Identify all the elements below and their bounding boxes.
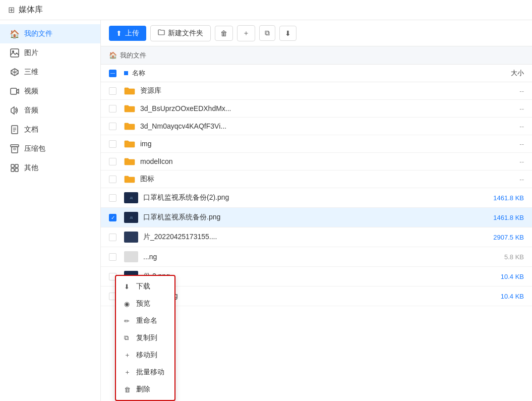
sidebar-item-video[interactable]: 视频 [0, 82, 100, 101]
context-menu-batch-move[interactable]: ＋ 批量移动 [116, 364, 174, 381]
file-thumbnail: Ai [124, 192, 138, 203]
file-thumbnail [124, 232, 138, 243]
header-title: 媒体库 [19, 5, 43, 15]
download-toolbar-button[interactable]: ⬇ [279, 26, 297, 41]
delete-menu-icon: 🗑 [124, 386, 132, 393]
sidebar-label-images: 图片 [24, 48, 38, 58]
table-row[interactable]: 3d_Nm0ayqcv4KAQfF3Vi... -- [101, 118, 532, 135]
table-row[interactable]: Ai 口罩机监视系统备份(2).png 1461.8 KB [101, 188, 532, 208]
breadcrumb: 🏠 我的文件 [101, 46, 532, 65]
sidebar-item-archives[interactable]: 压缩包 [0, 139, 100, 158]
sidebar-label-video: 视频 [24, 87, 38, 96]
sidebar-label-audio: 音频 [24, 106, 38, 115]
row-checkbox[interactable] [109, 214, 116, 221]
trash-icon: 🗑 [220, 29, 227, 37]
row-checkbox[interactable] [109, 234, 116, 241]
select-all-checkbox[interactable] [109, 70, 116, 77]
context-menu: ⬇ 下载 ◉ 预览 ✏ 重命名 ⧉ 复制到 ＋ 移动到 ＋ 批量移动 🗑 删除 [115, 275, 175, 401]
audio-icon [10, 106, 19, 115]
row-checkbox[interactable] [109, 176, 116, 183]
table-row[interactable]: modelIcon -- [101, 153, 532, 170]
row-checkbox[interactable] [109, 158, 116, 165]
table-row[interactable]: 图标 -- [101, 170, 532, 188]
row-checkbox[interactable] [109, 123, 116, 130]
sidebar-item-docs[interactable]: 文档 [0, 120, 100, 139]
download-menu-icon: ⬇ [124, 283, 132, 291]
context-menu-delete[interactable]: 🗑 删除 [116, 381, 174, 398]
others-icon [10, 163, 19, 173]
archive-icon [10, 144, 19, 153]
row-checkbox[interactable] [109, 194, 116, 202]
table-row[interactable]: img -- [101, 135, 532, 153]
folder-icon [124, 175, 135, 184]
row-checkbox[interactable] [109, 87, 116, 95]
svg-rect-18 [11, 168, 14, 171]
svg-rect-6 [11, 88, 17, 94]
new-folder-icon [158, 29, 165, 37]
copy-to-menu-icon: ⧉ [124, 334, 132, 342]
copy-icon: ⧉ [265, 29, 270, 37]
plus-icon: ＋ [243, 29, 250, 38]
context-menu-move-to[interactable]: ＋ 移动到 [116, 347, 174, 364]
breadcrumb-text: 我的文件 [120, 51, 146, 60]
sidebar-label-archives: 压缩包 [24, 144, 45, 153]
svg-rect-0 [11, 49, 19, 57]
sidebar-item-images[interactable]: 图片 [0, 43, 100, 63]
toolbar: ⬆ 上传 新建文件夹 🗑 ＋ ⧉ ⬇ [101, 20, 532, 46]
sidebar-item-others[interactable]: 其他 [0, 158, 100, 178]
sidebar-label-docs: 文档 [24, 125, 38, 134]
context-menu-preview[interactable]: ◉ 预览 [116, 295, 174, 312]
sidebar-item-audio[interactable]: 音频 [0, 101, 100, 120]
upload-icon: ⬆ [116, 29, 122, 37]
sidebar-label-others: 其他 [24, 163, 38, 173]
upload-button[interactable]: ⬆ 上传 [109, 26, 146, 41]
copy-toolbar-button[interactable]: ⧉ [259, 25, 275, 41]
file-thumbnail: Ai [124, 212, 138, 223]
file-list-header: 名称 大小 [101, 65, 532, 82]
folder-icon [124, 122, 135, 131]
image-icon [10, 48, 19, 58]
folder-icon [124, 104, 135, 113]
preview-menu-icon: ◉ [124, 300, 132, 308]
download-icon: ⬇ [285, 29, 291, 37]
folder-icon [124, 139, 135, 148]
add-toolbar-button[interactable]: ＋ [237, 25, 255, 41]
context-menu-download[interactable]: ⬇ 下载 [116, 278, 174, 295]
doc-icon [10, 125, 19, 134]
delete-toolbar-button[interactable]: 🗑 [215, 26, 233, 41]
move-to-menu-icon: ＋ [124, 351, 132, 360]
table-row[interactable]: ...ng 5.8 KB [101, 247, 532, 267]
row-checkbox[interactable] [109, 253, 116, 261]
svg-rect-19 [15, 168, 18, 171]
sidebar-item-3d[interactable]: 三维 [0, 63, 100, 82]
table-row[interactable]: 3d_BsUprzOOxeEDXhdMx... -- [101, 100, 532, 118]
breadcrumb-home-icon: 🏠 [109, 51, 117, 59]
new-folder-button[interactable]: 新建文件夹 [150, 25, 211, 41]
blue-square-icon [124, 71, 128, 75]
batch-move-menu-icon: ＋ [124, 368, 132, 377]
context-menu-rename[interactable]: ✏ 重命名 [116, 312, 174, 329]
header-icon: ⊞ [8, 5, 15, 15]
table-row[interactable]: Ai 口罩机监视系统备份.png 1461.8 KB [101, 208, 532, 227]
table-row[interactable]: 片_20220425173155.... 2907.5 KB [101, 227, 532, 247]
svg-marker-7 [17, 89, 19, 93]
home-icon: 🏠 [10, 29, 19, 38]
file-thumbnail [124, 251, 138, 262]
table-row[interactable]: 资源库 -- [101, 82, 532, 100]
video-icon [10, 87, 19, 96]
svg-rect-17 [15, 164, 18, 167]
svg-rect-16 [11, 164, 14, 167]
sidebar-item-my-files[interactable]: 🏠 我的文件 [0, 24, 100, 43]
svg-marker-8 [11, 107, 14, 114]
row-checkbox[interactable] [109, 105, 116, 112]
sidebar: 🏠 我的文件 图片 三维 视频 音频 [0, 20, 101, 401]
row-checkbox[interactable] [109, 140, 116, 148]
sidebar-label-my-files: 我的文件 [24, 29, 52, 38]
context-menu-copy-to[interactable]: ⧉ 复制到 [116, 329, 174, 347]
main-layout: 🏠 我的文件 图片 三维 视频 音频 [0, 20, 532, 401]
sidebar-label-3d: 三维 [24, 68, 38, 77]
3d-icon [10, 68, 19, 77]
rename-menu-icon: ✏ [124, 317, 132, 325]
svg-rect-15 [14, 148, 16, 150]
col-size-header: 大小 [463, 69, 524, 78]
